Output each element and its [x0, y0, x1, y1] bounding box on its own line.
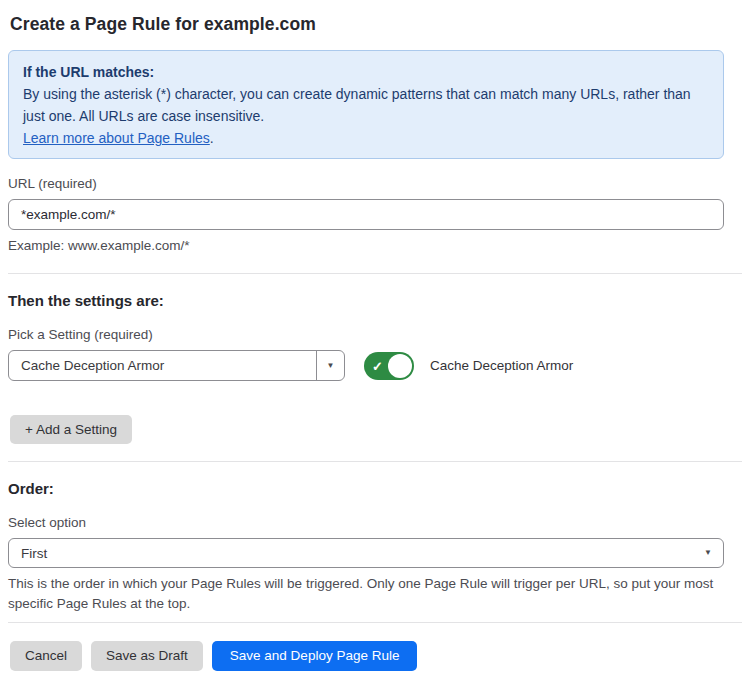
info-box-heading: If the URL matches:: [23, 61, 709, 83]
divider: [8, 461, 742, 462]
divider: [8, 273, 742, 274]
url-example-helper: Example: www.example.com/*: [8, 236, 724, 256]
check-icon: ✓: [372, 359, 383, 372]
order-select[interactable]: First ▼: [8, 538, 724, 568]
page-title: Create a Page Rule for example.com: [0, 0, 750, 37]
url-input[interactable]: [8, 199, 724, 230]
toggle-setting-label: Cache Deception Armor: [430, 358, 573, 373]
setting-select-arrow-button[interactable]: ▼: [316, 351, 344, 380]
chevron-down-icon: ▼: [327, 362, 335, 370]
order-select-label: Select option: [8, 515, 724, 531]
settings-section-heading: Then the settings are:: [8, 292, 742, 310]
order-select-value: First: [9, 546, 47, 561]
url-field-label: URL (required): [8, 176, 724, 192]
order-section-heading: Order:: [8, 480, 742, 498]
create-page-rule-form: Create a Page Rule for example.com If th…: [0, 0, 750, 679]
cache-deception-armor-toggle[interactable]: ✓: [364, 352, 414, 380]
divider: [8, 622, 742, 623]
save-and-deploy-button[interactable]: Save and Deploy Page Rule: [212, 641, 418, 671]
info-box-body: By using the asterisk (*) character, you…: [23, 83, 709, 127]
setting-select[interactable]: Cache Deception Armor ▼: [8, 350, 345, 381]
add-setting-button[interactable]: + Add a Setting: [10, 415, 132, 444]
save-as-draft-button[interactable]: Save as Draft: [91, 641, 203, 671]
url-match-info-box: If the URL matches: By using the asteris…: [8, 50, 724, 159]
pick-setting-label: Pick a Setting (required): [8, 327, 724, 343]
setting-select-value: Cache Deception Armor: [9, 358, 164, 373]
info-box-link-line: Learn more about Page Rules.: [23, 127, 709, 149]
footer-actions: Cancel Save as Draft Save and Deploy Pag…: [10, 641, 750, 671]
chevron-down-icon: ▼: [704, 549, 712, 557]
toggle-knob: [388, 354, 412, 378]
setting-row: Cache Deception Armor ▼ ✓ Cache Deceptio…: [8, 350, 724, 381]
cancel-button[interactable]: Cancel: [10, 641, 82, 671]
order-helper-text: This is the order in which your Page Rul…: [8, 574, 724, 614]
link-suffix-period: .: [210, 130, 214, 146]
learn-more-link[interactable]: Learn more about Page Rules: [23, 130, 210, 146]
